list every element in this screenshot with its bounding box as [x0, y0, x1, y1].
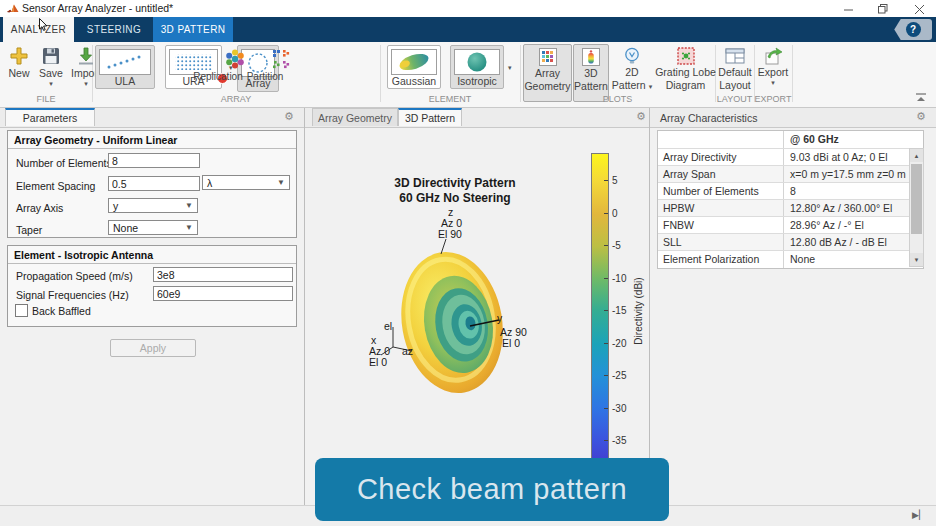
table-row[interactable]: Array Span x=0 m y=17.5 mm z=0 m — [658, 166, 923, 183]
save-button[interactable]: Save ▾ — [36, 46, 66, 87]
isotropic-button[interactable]: Isotropic — [450, 45, 504, 89]
mouse-cursor — [39, 18, 49, 32]
new-button[interactable]: New — [4, 46, 34, 79]
az-axis-label: az — [402, 345, 413, 357]
apply-button[interactable]: Apply — [110, 339, 196, 357]
help-button[interactable]: ? — [886, 19, 932, 40]
y-el-label: El 0 — [502, 337, 520, 349]
y-axis-label: y — [497, 312, 502, 324]
colorbar-tick: -25 — [612, 370, 626, 381]
table-row[interactable]: Array Directivity 9.03 dBi at 0 Az; 0 El — [658, 149, 923, 166]
signal-frequencies-label: Signal Frequencies (Hz) — [16, 289, 129, 301]
close-icon[interactable] — [911, 3, 927, 15]
ula-button[interactable]: ULA — [95, 45, 155, 89]
characteristics-table: @ 60 GHz Array Directivity 9.03 dBi at 0… — [657, 130, 924, 269]
colorbar-tick: 5 — [612, 175, 618, 186]
default-layout-icon — [725, 47, 745, 65]
table-row[interactable]: Element Polarization None — [658, 251, 923, 268]
number-of-elements-label: Number of Elements — [16, 157, 112, 169]
window-title: Sensor Array Analyzer - untitled* — [22, 2, 173, 14]
characteristics-panel-header: Array Characteristics ⚙ — [650, 108, 936, 128]
layout-section-label: LAYOUT — [715, 94, 754, 104]
table-row[interactable]: HPBW 12.80° Az / 360.00° El — [658, 200, 923, 217]
3d-pattern-icon — [582, 48, 600, 66]
propagation-speed-input[interactable] — [153, 267, 293, 282]
table-scrollbar[interactable]: ▲ ▼ — [909, 148, 924, 267]
partition-icon — [271, 48, 291, 70]
characteristics-panel: Array Characteristics ⚙ @ 60 GHz Array D… — [650, 108, 936, 505]
scroll-down-icon[interactable]: ▼ — [910, 253, 923, 266]
2d-pattern-icon — [623, 47, 641, 65]
2d-pattern-plot-button[interactable]: 2D Pattern ▾ — [611, 44, 653, 100]
colorbar-tick: -10 — [612, 273, 626, 284]
replication-button[interactable]: Replication — [190, 48, 246, 83]
save-floppy-icon — [41, 46, 61, 66]
group-title: Element - Isotropic Antenna — [8, 246, 296, 264]
parameters-panel-header: Parameters ⚙ — [0, 108, 304, 128]
element-spacing-unit-select[interactable]: λ▼ — [202, 175, 290, 190]
back-baffled-checkbox[interactable] — [15, 304, 28, 317]
chevron-down-icon: ▼ — [185, 224, 193, 231]
back-baffled-label: Back Baffled — [32, 305, 91, 317]
tab-parameters[interactable]: Parameters — [5, 108, 95, 126]
import-dropdown-icon[interactable]: ▾ — [84, 80, 88, 87]
taper-label: Taper — [16, 224, 42, 236]
colorbar — [591, 153, 609, 475]
file-section-label: FILE — [0, 94, 92, 104]
new-plus-icon — [9, 46, 29, 66]
restore-button[interactable] — [875, 3, 891, 15]
tab-steering[interactable]: STEERING — [76, 17, 152, 42]
default-layout-button[interactable]: Default Layout — [717, 44, 753, 100]
element-gallery-dropdown-icon[interactable]: ▾ — [508, 64, 512, 71]
parameters-panel: Parameters ⚙ Array Geometry - Uniform Li… — [0, 108, 305, 505]
array-geometry-group: Array Geometry - Uniform Linear Number o… — [7, 130, 297, 238]
colorbar-tick: -30 — [612, 403, 626, 414]
scroll-up-icon[interactable]: ▲ — [910, 149, 923, 162]
characteristics-title: Array Characteristics — [660, 112, 757, 124]
table-row[interactable]: SLL 12.80 dB Az / - dB El — [658, 234, 923, 251]
scrollbar-thumb[interactable] — [911, 164, 922, 234]
table-row[interactable]: Number of Elements 8 — [658, 183, 923, 200]
partition-button[interactable]: Partition — [247, 48, 283, 83]
collapse-ribbon-icon[interactable] — [915, 93, 927, 102]
tab-3d-pattern[interactable]: 3D PATTERN — [153, 17, 233, 42]
parameters-gear-icon[interactable]: ⚙ — [284, 111, 294, 122]
chevron-down-icon: ▼ — [277, 179, 285, 186]
element-spacing-input[interactable] — [108, 176, 200, 191]
minimize-button[interactable] — [840, 3, 856, 15]
plot-panel: Array Geometry 3D Pattern ⚙ 3D Directivi… — [305, 108, 650, 505]
caption-text: Check beam pattern — [357, 473, 627, 506]
export-icon — [763, 47, 783, 65]
characteristics-gear-icon[interactable]: ⚙ — [916, 111, 926, 122]
2d-pattern-dropdown-icon[interactable]: ▾ — [649, 83, 653, 90]
array-axis-select[interactable]: y▼ — [108, 198, 198, 213]
colorbar-tick: -5 — [612, 240, 621, 251]
x-el-label: El 0 — [369, 356, 387, 368]
gaussian-button[interactable]: Gaussian — [387, 45, 441, 89]
array-axis-label: Array Axis — [16, 202, 63, 214]
grating-lobe-button[interactable]: Grating Lobe Diagram — [658, 44, 713, 100]
skip-to-end-icon[interactable]: ▶▏ — [912, 510, 926, 520]
number-of-elements-input[interactable] — [108, 153, 200, 168]
colorbar-tick: -35 — [612, 435, 626, 446]
matlab-logo-icon — [7, 3, 19, 14]
colorbar-tick: -15 — [612, 305, 626, 316]
colorbar-tick: 0 — [612, 208, 618, 219]
z-el-label: El 90 — [438, 228, 462, 240]
element-section-label: ELEMENT — [380, 94, 520, 104]
replication-icon — [224, 48, 246, 70]
taper-select[interactable]: None▼ — [108, 220, 198, 235]
plots-section-label: PLOTS — [520, 94, 715, 104]
export-section-label: EXPORT — [754, 94, 792, 104]
export-dropdown-icon[interactable]: ▾ — [771, 79, 775, 86]
column-header: @ 60 GHz — [784, 131, 909, 148]
signal-frequencies-input[interactable] — [153, 286, 293, 301]
save-dropdown-icon[interactable]: ▾ — [49, 80, 53, 87]
title-bar: Sensor Array Analyzer - untitled* — [0, 0, 936, 17]
chevron-down-icon: ▼ — [185, 202, 193, 209]
table-header-row: @ 60 GHz — [658, 131, 923, 149]
array-section-label: ARRAY — [92, 94, 380, 104]
help-icon: ? — [906, 22, 921, 37]
export-button[interactable]: Export ▾ — [757, 44, 789, 100]
table-row[interactable]: FNBW 28.96° Az / -° El — [658, 217, 923, 234]
